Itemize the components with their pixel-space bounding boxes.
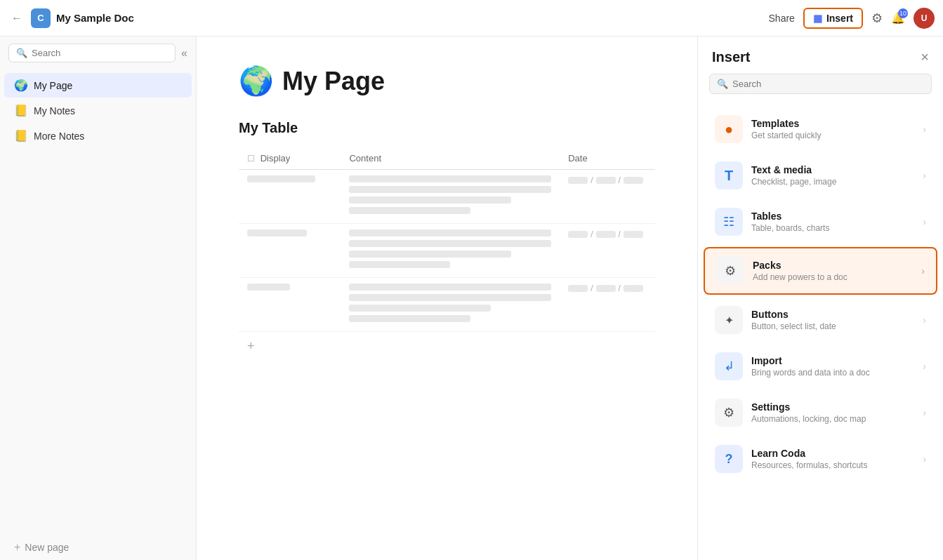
sidebar-item-icon-my-notes: 📒 [14, 104, 28, 117]
col-content-label: Content [349, 153, 381, 164]
cell-content-1[interactable] [341, 170, 560, 224]
col-date-label: Date [568, 153, 587, 164]
sidebar-item-icon-more-notes: 📒 [14, 129, 28, 142]
page-title: My Page [282, 67, 385, 96]
learn-coda-desc: Resources, formulas, shortcuts [751, 460, 914, 470]
buttons-icon: ✦ [725, 314, 734, 327]
panel-search-icon: 🔍 [717, 79, 728, 89]
panel-item-buttons[interactable]: ✦ Buttons Button, select list, date › [704, 298, 937, 342]
cell-date-2[interactable]: / / [560, 224, 655, 278]
panel-title: Insert [712, 49, 750, 65]
packs-title: Packs [753, 260, 913, 271]
sidebar-search[interactable]: 🔍 [8, 44, 176, 62]
table-header-row: ☐ Display Content Date [239, 147, 655, 170]
settings-button[interactable]: ⚙ [871, 11, 883, 26]
new-page-label: New page [25, 542, 69, 553]
import-desc: Bring words and data into a doc [751, 368, 914, 378]
text-media-text: Text & media Checklist, page, image [751, 164, 914, 187]
app-header: ← C My Sample Doc Share ▦ Insert ⚙ 🔔 10 … [0, 0, 943, 36]
sidebar-items: 🌍 My Page 📒 My Notes 📒 More Notes [0, 69, 196, 535]
panel-items: ● Templates Get started quickly › T Text… [698, 102, 943, 560]
packs-icon: ⚙ [725, 263, 736, 279]
search-icon: 🔍 [16, 48, 27, 58]
panel-item-learn-coda[interactable]: ? Learn Coda Resources, formulas, shortc… [704, 436, 937, 481]
insert-grid-icon: ▦ [813, 13, 822, 24]
import-arrow: › [923, 361, 926, 372]
cell-date-3[interactable]: / / [560, 278, 655, 332]
new-page-button[interactable]: + New page [4, 535, 192, 559]
settings-desc: Automations, locking, doc map [751, 414, 914, 424]
page-header: 🌍 My Page [239, 65, 655, 98]
col-display-label: Display [261, 153, 291, 164]
insert-button-label: Insert [826, 13, 853, 24]
table-row: / / [239, 224, 655, 278]
header-right: Share ▦ Insert ⚙ 🔔 10 U [769, 8, 935, 29]
import-title: Import [751, 355, 914, 366]
templates-title: Templates [751, 118, 914, 129]
back-button[interactable]: ← [8, 9, 25, 27]
add-row-button[interactable]: + [247, 339, 255, 354]
cell-content-2[interactable] [341, 224, 560, 278]
table-section: My Table ☐ Display Content Date [239, 120, 655, 361]
cell-content-3[interactable] [341, 278, 560, 332]
tables-icon-wrap: ☷ [715, 208, 743, 236]
import-text: Import Bring words and data into a doc [751, 355, 914, 378]
panel-header: Insert × [698, 36, 943, 74]
settings-icon-wrap: ⚙ [715, 399, 743, 427]
sidebar-item-my-page[interactable]: 🌍 My Page [4, 73, 192, 98]
notification-button[interactable]: 🔔 10 [891, 11, 905, 25]
panel-item-settings[interactable]: ⚙ Settings Automations, locking, doc map… [704, 390, 937, 435]
sidebar-search-row: 🔍 « [0, 36, 196, 69]
share-button[interactable]: Share [769, 13, 795, 24]
insert-button[interactable]: ▦ Insert [803, 8, 863, 29]
sidebar-item-more-notes[interactable]: 📒 More Notes [4, 124, 192, 148]
templates-text: Templates Get started quickly [751, 118, 914, 140]
table-title: My Table [239, 120, 655, 136]
panel-item-import[interactable]: ↲ Import Bring words and data into a doc… [704, 344, 937, 389]
learn-coda-text: Learn Coda Resources, formulas, shortcut… [751, 448, 914, 470]
import-icon-wrap: ↲ [715, 352, 743, 380]
packs-desc: Add new powers to a doc [753, 272, 913, 282]
sidebar-item-my-notes[interactable]: 📒 My Notes [4, 98, 192, 123]
templates-icon: ● [725, 121, 733, 138]
cell-display-2[interactable] [239, 224, 341, 278]
text-media-icon-wrap: T [715, 161, 743, 189]
sidebar-item-label-my-notes: My Notes [34, 105, 182, 116]
header-left: ← C My Sample Doc [8, 8, 205, 28]
tables-text: Tables Table, boards, charts [751, 211, 914, 233]
panel-item-templates[interactable]: ● Templates Get started quickly › [704, 107, 937, 152]
cell-date-1[interactable]: / / [560, 170, 655, 224]
page-emoji: 🌍 [239, 65, 274, 98]
learn-coda-title: Learn Coda [751, 448, 914, 459]
cell-display-3[interactable] [239, 278, 341, 332]
packs-text: Packs Add new powers to a doc [753, 260, 913, 282]
doc-icon: C [31, 8, 51, 28]
cell-display-1[interactable] [239, 170, 341, 224]
learn-coda-icon-wrap: ? [715, 445, 743, 473]
panel-item-tables[interactable]: ☷ Tables Table, boards, charts › [704, 199, 937, 244]
import-icon: ↲ [724, 359, 734, 374]
doc-table: ☐ Display Content Date [239, 147, 655, 332]
learn-coda-icon: ? [725, 452, 733, 467]
text-media-icon: T [725, 168, 733, 184]
panel-search-input[interactable] [732, 79, 924, 89]
panel-search[interactable]: 🔍 [709, 74, 932, 94]
sidebar: 🔍 « 🌍 My Page 📒 My Notes 📒 More Notes + … [0, 36, 197, 560]
search-input[interactable] [32, 48, 168, 58]
buttons-desc: Button, select list, date [751, 321, 914, 331]
packs-arrow: › [921, 265, 925, 276]
user-avatar[interactable]: U [914, 8, 935, 29]
panel-item-text-media[interactable]: T Text & media Checklist, page, image › [704, 153, 937, 198]
panel-close-button[interactable]: × [921, 49, 929, 65]
tables-desc: Table, boards, charts [751, 223, 914, 233]
settings-text: Settings Automations, locking, doc map [751, 401, 914, 424]
sidebar-item-label-more-notes: More Notes [34, 131, 182, 142]
main-layout: 🔍 « 🌍 My Page 📒 My Notes 📒 More Notes + … [0, 36, 943, 560]
panel-item-packs[interactable]: ⚙ Packs Add new powers to a doc › [704, 247, 937, 295]
new-page-plus-icon: + [14, 541, 20, 554]
collapse-sidebar-button[interactable]: « [181, 47, 187, 60]
col-header-date: Date [560, 147, 655, 170]
main-content: 🌍 My Page My Table ☐ Display Content [197, 36, 697, 560]
doc-title: My Sample Doc [56, 12, 134, 24]
buttons-arrow: › [923, 314, 926, 326]
